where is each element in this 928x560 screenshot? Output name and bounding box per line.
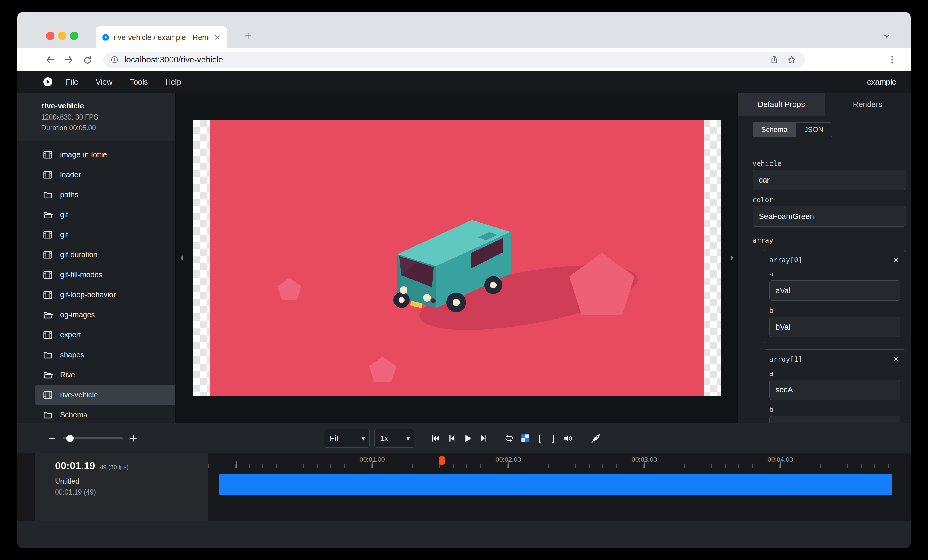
render-rocket-icon[interactable] — [588, 430, 604, 446]
array-1-a-input[interactable] — [769, 379, 900, 400]
sidebar-item-rive-folder[interactable]: Rive — [17, 365, 176, 385]
tab-close-icon[interactable] — [214, 33, 221, 41]
props-body: Schema JSON vehicle color array array[0] — [738, 116, 911, 423]
sidebar-item-image-in-lottie[interactable]: image-in-lottie — [17, 145, 176, 165]
video-canvas[interactable] — [193, 120, 720, 396]
previous-frame-icon[interactable] — [444, 430, 460, 446]
film-icon — [43, 290, 53, 300]
sidebar-item-gif-duration[interactable]: gif-duration — [17, 245, 176, 265]
timeline-track-bar[interactable] — [219, 474, 892, 495]
array-1-b-input[interactable] — [769, 416, 900, 423]
folder-open-icon — [43, 210, 53, 220]
film-icon — [43, 170, 53, 180]
zoom-out-icon[interactable] — [47, 434, 57, 443]
array-0-a-label: a — [769, 270, 900, 278]
reload-icon[interactable] — [79, 52, 95, 67]
zoom-in-icon[interactable] — [128, 434, 138, 443]
playback-toolbar: Fit ▾ 1x ▾ [ ] — [17, 423, 911, 453]
skip-to-start-icon[interactable] — [427, 430, 444, 446]
folder-icon — [43, 350, 53, 360]
sidebar-item-gif-loop-behavior[interactable]: gif-loop-behavior — [17, 285, 176, 305]
sidebar-item-rive-vehicle[interactable]: rive-vehicle — [35, 385, 176, 405]
subtab-json[interactable]: JSON — [796, 123, 832, 137]
folder-open-icon — [43, 370, 53, 380]
folder-open-icon — [43, 310, 53, 320]
volume-icon[interactable] — [560, 430, 576, 446]
remotion-logo-icon — [43, 76, 53, 87]
tab-search-chevron-icon[interactable] — [877, 26, 896, 46]
sidebar-item-schema[interactable]: Schema — [17, 405, 176, 423]
zoom-slider[interactable] — [63, 437, 122, 439]
transparency-checkerboard-icon[interactable] — [517, 430, 533, 446]
color-input[interactable] — [752, 206, 906, 227]
menu-view[interactable]: View — [96, 78, 112, 87]
browser-menu-icon[interactable] — [884, 52, 900, 67]
sidebar-item-gif-fill-modes[interactable]: gif-fill-modes — [17, 265, 176, 285]
collapse-left-panel-icon[interactable] — [177, 253, 186, 263]
array-0-a-input[interactable] — [769, 280, 900, 301]
forward-icon[interactable] — [61, 52, 76, 67]
composition-list: image-in-lottie loader paths gif — [17, 141, 176, 423]
fit-dropdown[interactable]: Fit ▾ — [324, 429, 369, 447]
browser-tab[interactable]: rive-vehicle / example - Remot — [96, 26, 227, 49]
desktop: rive-vehicle / example - Remot localhost… — [0, 0, 928, 560]
app-menubar: File View Tools Help example — [17, 71, 911, 93]
sidebar-item-og-images[interactable]: og-images — [17, 305, 176, 325]
url-text: localhost:3000/rive-vehicle — [124, 55, 763, 65]
preview-area — [176, 93, 738, 423]
browser-tabstrip: rive-vehicle / example - Remot — [17, 12, 911, 49]
sidebar-item-gif[interactable]: gif — [17, 225, 176, 245]
subtab-schema[interactable]: Schema — [753, 123, 796, 137]
menu-help[interactable]: Help — [165, 78, 181, 87]
fullscreen-window-button[interactable] — [70, 32, 78, 40]
play-icon[interactable] — [460, 430, 476, 446]
fit-value: Fit — [324, 434, 357, 443]
site-info-icon[interactable] — [110, 55, 119, 64]
collapse-right-panel-icon[interactable] — [727, 253, 737, 263]
zoom-controls — [47, 434, 138, 443]
frame-info: 49 (30 fps) — [100, 464, 128, 471]
share-icon[interactable] — [768, 53, 781, 66]
in-point-bracket-icon[interactable]: [ — [533, 433, 546, 444]
menu-tools[interactable]: Tools — [130, 78, 148, 87]
film-icon — [43, 270, 53, 280]
next-frame-icon[interactable] — [476, 430, 492, 446]
film-icon — [43, 390, 53, 400]
back-icon[interactable] — [43, 52, 58, 67]
speed-dropdown[interactable]: 1x ▾ — [374, 429, 414, 447]
van-animation — [193, 120, 720, 396]
window-controls — [46, 32, 78, 40]
playback-options: [ ] — [501, 430, 576, 446]
sidebar-item-gif-folder[interactable]: gif — [17, 205, 176, 225]
sidebar-item-loader[interactable]: loader — [17, 165, 176, 185]
minimize-window-button[interactable] — [58, 32, 66, 40]
transport-controls: Fit ▾ 1x ▾ [ ] — [324, 429, 604, 447]
sidebar-item-paths[interactable]: paths — [17, 185, 176, 205]
close-window-button[interactable] — [46, 32, 54, 40]
remove-array-item-icon[interactable] — [892, 355, 900, 364]
tab-renders[interactable]: Renders — [824, 93, 911, 116]
timeline-tracks: 00:01.00 00:02.00 00:03.00 00:04.00 — [208, 453, 911, 520]
vehicle-input[interactable] — [752, 170, 906, 190]
playhead-marker[interactable] — [439, 456, 445, 465]
array-1-b-label: b — [769, 406, 900, 414]
zoom-slider-thumb[interactable] — [66, 435, 73, 442]
url-bar[interactable]: localhost:3000/rive-vehicle — [104, 52, 805, 68]
loop-icon[interactable] — [501, 430, 517, 446]
bookmark-star-icon[interactable] — [785, 53, 798, 66]
tab-default-props[interactable]: Default Props — [738, 93, 824, 116]
new-tab-button[interactable] — [238, 26, 258, 46]
timeline-ruler[interactable]: 00:01.00 00:02.00 00:03.00 00:04.00 — [208, 453, 911, 468]
remove-array-item-icon[interactable] — [892, 256, 900, 264]
composition-resolution: 1200x630, 30 FPS — [41, 113, 168, 121]
array-0-b-input[interactable] — [769, 317, 900, 337]
main-area: rive-vehicle 1200x630, 30 FPS Duration 0… — [17, 93, 911, 423]
menu-file[interactable]: File — [66, 78, 78, 87]
props-tabs: Default Props Renders — [738, 93, 911, 116]
array-item-0-header: array[0] — [769, 256, 900, 264]
sidebar-item-expert[interactable]: expert — [17, 325, 176, 345]
sidebar-item-shapes[interactable]: shapes — [17, 345, 176, 365]
track-time: 00:01.19 (49) — [55, 488, 208, 496]
track-name[interactable]: Untitled — [55, 477, 208, 485]
out-point-bracket-icon[interactable]: ] — [546, 433, 560, 444]
